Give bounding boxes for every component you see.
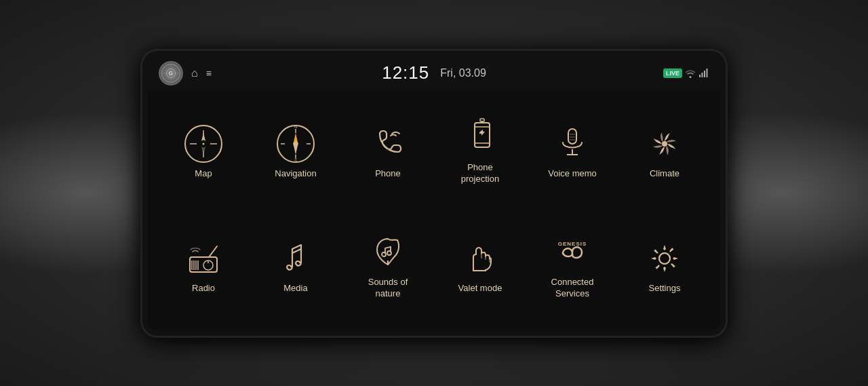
climate-label: Climate: [650, 168, 679, 180]
date: Fri, 03.09: [440, 67, 486, 79]
svg-line-33: [292, 245, 301, 249]
status-bar: G ⌂ ≡ 12:15 Fri, 03.09 LIVE: [148, 56, 720, 90]
app-navigation[interactable]: N S Navigation: [251, 96, 340, 208]
status-right: LIVE: [526, 68, 709, 79]
app-phone-projection[interactable]: Phoneprojection: [435, 96, 525, 208]
svg-text:N: N: [294, 125, 297, 129]
status-center: 12:15 Fri, 03.09: [342, 62, 526, 83]
svg-point-8: [203, 142, 205, 144]
phone-icon: [368, 123, 408, 164]
svg-rect-6: [707, 69, 708, 77]
app-climate[interactable]: Climate: [620, 96, 709, 208]
app-settings[interactable]: Settings: [620, 210, 709, 322]
phone-label: Phone: [375, 168, 401, 180]
voice-memo-label: Voice memo: [548, 168, 597, 180]
svg-rect-21: [568, 129, 576, 144]
live-badge: LIVE: [663, 69, 682, 78]
menu-icon[interactable]: ≡: [206, 68, 213, 79]
connected-services-icon: GENESIS: [552, 232, 593, 273]
svg-rect-4: [702, 73, 703, 77]
connected-services-label: ConnectedServices: [551, 277, 594, 300]
car-surround: G ⌂ ≡ 12:15 Fri, 03.09 LIVE: [0, 0, 868, 386]
app-sounds-of-nature[interactable]: Sounds ofnature: [343, 210, 433, 322]
navigation-label: Navigation: [275, 168, 316, 180]
svg-rect-3: [699, 75, 701, 77]
svg-point-35: [382, 252, 386, 256]
map-icon: [183, 123, 224, 164]
voice-memo-icon: [552, 123, 593, 164]
status-left: G ⌂ ≡: [159, 61, 342, 85]
app-phone[interactable]: Phone: [343, 96, 433, 208]
navigation-icon: N S: [275, 123, 316, 164]
app-grid: Map N S: [148, 90, 720, 330]
status-icons: [685, 68, 709, 79]
settings-label: Settings: [649, 283, 681, 294]
app-map[interactable]: Map: [159, 96, 248, 208]
screen-bezel: G ⌂ ≡ 12:15 Fri, 03.09 LIVE: [142, 51, 726, 336]
phone-projection-icon: [460, 117, 500, 158]
media-label: Media: [283, 283, 307, 294]
svg-line-34: [292, 249, 301, 253]
home-icon[interactable]: ⌂: [191, 67, 198, 79]
map-label: Map: [195, 168, 212, 180]
app-media[interactable]: Media: [251, 210, 340, 322]
radio-icon: [183, 238, 224, 279]
svg-marker-10: [201, 147, 205, 155]
svg-rect-5: [704, 71, 705, 77]
svg-text:S: S: [294, 159, 297, 163]
radio-label: Radio: [192, 283, 215, 294]
svg-marker-9: [201, 133, 205, 141]
svg-text:G: G: [169, 70, 173, 77]
genesis-logo-icon: G: [159, 61, 183, 85]
climate-icon: [644, 123, 685, 164]
svg-point-16: [294, 142, 298, 146]
clock: 12:15: [382, 62, 429, 83]
screen: G ⌂ ≡ 12:15 Fri, 03.09 LIVE: [148, 56, 720, 330]
svg-text:GENESIS: GENESIS: [558, 241, 587, 247]
valet-mode-icon: [460, 238, 500, 279]
settings-icon: [644, 238, 685, 279]
app-connected-services[interactable]: GENESIS ConnectedServices: [528, 210, 617, 322]
app-voice-memo[interactable]: Voice memo: [528, 96, 617, 208]
svg-line-32: [209, 246, 217, 257]
phone-projection-label: Phoneprojection: [461, 162, 499, 185]
app-valet-mode[interactable]: Valet mode: [435, 210, 525, 322]
valet-mode-label: Valet mode: [458, 283, 502, 294]
svg-point-43: [659, 253, 670, 264]
svg-rect-20: [480, 119, 484, 121]
sounds-of-nature-label: Sounds ofnature: [368, 277, 408, 300]
app-radio[interactable]: Radio: [159, 210, 248, 322]
svg-point-36: [387, 251, 391, 255]
media-icon: [275, 238, 316, 279]
sounds-of-nature-icon: [368, 232, 408, 273]
